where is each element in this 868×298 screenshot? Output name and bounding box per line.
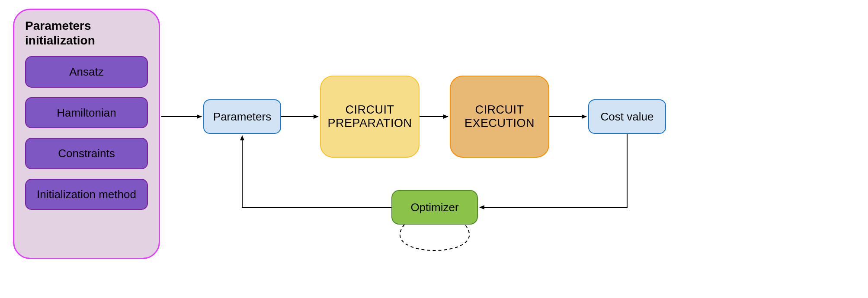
initialization-method-box: Initialization method [25,179,148,210]
parameters-initialization-container: Parameters initialization Ansatz Hamilto… [13,9,160,259]
constraints-box: Constraints [25,138,148,169]
optimizer-loop [400,225,469,250]
cost-value-node: Cost value [588,99,666,134]
parameters-label: Parameters [213,110,271,124]
circuit-execution-label: CIRCUIT EXECUTION [451,103,548,130]
circuit-preparation-label: CIRCUIT PREPARATION [321,103,419,130]
hamiltonian-box: Hamiltonian [25,97,148,129]
circuit-preparation-node: CIRCUIT PREPARATION [320,76,420,158]
ansatz-box: Ansatz [25,56,148,88]
container-title: Parameters initialization [25,19,148,48]
circuit-execution-node: CIRCUIT EXECUTION [450,76,549,158]
cost-value-label: Cost value [601,110,654,124]
optimizer-label: Optimizer [410,201,458,214]
parameters-node: Parameters [203,99,281,134]
optimizer-node: Optimizer [391,190,478,225]
